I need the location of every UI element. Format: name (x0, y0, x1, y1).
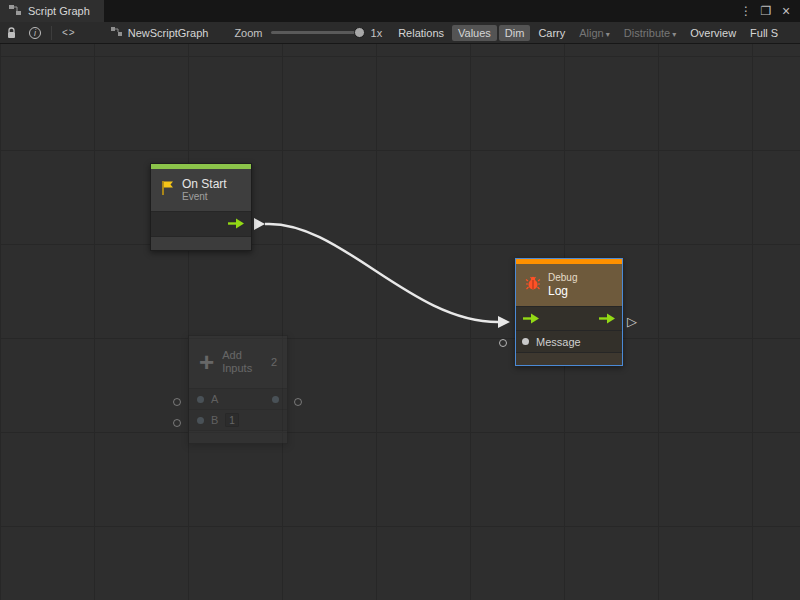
wire-path[interactable] (265, 224, 498, 322)
maximize-icon[interactable]: ❐ (758, 4, 774, 18)
script-graph-window: Script Graph ⋮ ❐ × i <> NewScriptGraph Z… (0, 0, 800, 600)
value-input-port[interactable] (197, 417, 204, 424)
graph-name-label: NewScriptGraph (128, 27, 209, 39)
breadcrumb-graph-name[interactable]: NewScriptGraph (110, 26, 209, 39)
node-debug-log[interactable]: Debug Log Message (515, 258, 623, 366)
tab-title: Script Graph (28, 5, 90, 17)
zoom-value: 1x (371, 27, 383, 39)
debug-flow-row (516, 306, 622, 330)
ghost-row-a: A (189, 388, 287, 409)
graph-asset-icon (110, 26, 123, 39)
node-title: Log (548, 284, 577, 298)
info-icon[interactable]: i (23, 22, 47, 44)
plus-icon: + (199, 349, 214, 375)
unconnected-port-circle[interactable] (173, 398, 181, 406)
code-icon[interactable]: <> (56, 22, 82, 44)
graph-canvas[interactable]: On Start Event (0, 44, 800, 600)
lock-icon[interactable] (0, 22, 23, 44)
chevron-down-icon: ▾ (606, 30, 610, 39)
toolbar-button-values[interactable]: Values (452, 25, 497, 41)
on-start-port-row (151, 211, 251, 236)
inline-value-field[interactable]: 1 (225, 413, 239, 427)
node-on-start[interactable]: On Start Event (150, 163, 252, 251)
toolbar-button-relations[interactable]: Relations (392, 25, 450, 41)
unconnected-port-circle[interactable] (173, 419, 181, 427)
tab-script-graph[interactable]: Script Graph (0, 0, 104, 22)
toolbar-button-align[interactable]: Align▾ (573, 25, 615, 41)
debug-message-row: Message (516, 330, 622, 352)
ghost-header: + Add Inputs 2 (189, 336, 287, 388)
port-label-b: B (211, 414, 218, 426)
node-category: Debug (548, 272, 577, 284)
toolbar-button-fullscreen[interactable]: Full S (744, 25, 784, 41)
value-input-port[interactable] (522, 338, 529, 345)
unconnected-port-circle[interactable] (499, 339, 507, 347)
ghost-row-b: B 1 (189, 409, 287, 430)
value-output-port[interactable] (272, 396, 279, 403)
menu-icon[interactable]: ⋮ (738, 4, 754, 18)
flow-input-port[interactable] (522, 310, 540, 328)
flow-output-port[interactable] (598, 310, 616, 328)
debug-header: Debug Log (516, 264, 622, 306)
script-graph-icon (8, 4, 22, 18)
zoom-slider-handle[interactable] (354, 27, 365, 38)
ghost-label-line1: Add (222, 349, 252, 362)
toolbar-button-carry[interactable]: Carry (532, 25, 571, 41)
title-bar: Script Graph ⋮ ❐ × (0, 0, 800, 22)
flag-icon (160, 180, 175, 200)
ghost-label-line2: Inputs (222, 362, 252, 375)
toolbar-separator (51, 26, 52, 40)
port-label-a: A (211, 393, 218, 405)
debug-footer (516, 352, 622, 365)
wire-end-arrow-icon (498, 316, 510, 328)
wire-start-arrow-icon (254, 218, 265, 230)
toolbar-buttons: Relations Values Dim Carry Align▾ Distri… (392, 25, 784, 41)
toolbar-button-overview[interactable]: Overview (684, 25, 742, 41)
flow-output-port[interactable] (227, 215, 245, 233)
window-controls: ⋮ ❐ × (738, 3, 800, 19)
on-start-header: On Start Event (151, 169, 251, 211)
ghost-input-count[interactable]: 2 (271, 356, 277, 368)
message-port-label: Message (536, 336, 581, 348)
node-subtitle: Event (182, 191, 227, 203)
node-add-inputs-ghost[interactable]: + Add Inputs 2 A B 1 (188, 335, 288, 444)
value-input-port[interactable] (197, 396, 204, 403)
unconnected-flow-triangle-icon[interactable]: ▷ (627, 315, 637, 328)
connection-wire[interactable] (0, 44, 800, 600)
bug-icon (525, 275, 541, 295)
graph-toolbar: i <> NewScriptGraph Zoom 1x Relations Va… (0, 22, 800, 44)
chevron-down-icon: ▾ (672, 30, 676, 39)
close-icon[interactable]: × (778, 3, 794, 19)
on-start-footer (151, 236, 251, 250)
zoom-control: Zoom 1x (234, 27, 382, 39)
zoom-slider[interactable] (271, 31, 363, 34)
unconnected-port-circle[interactable] (294, 398, 302, 406)
node-title: On Start (182, 177, 227, 191)
toolbar-button-dim[interactable]: Dim (499, 25, 531, 41)
zoom-label: Zoom (234, 27, 262, 39)
toolbar-button-distribute[interactable]: Distribute▾ (618, 25, 682, 41)
ghost-footer (189, 430, 287, 443)
